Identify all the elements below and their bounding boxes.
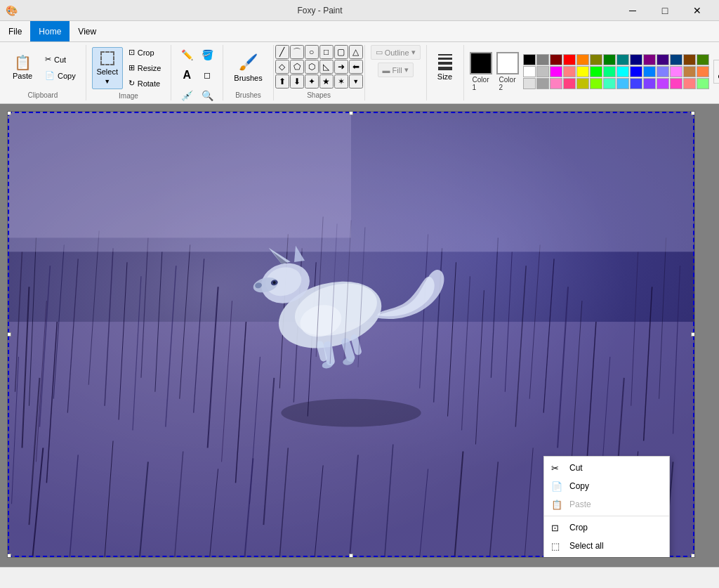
color-teal[interactable] bbox=[616, 54, 629, 65]
color-orange[interactable] bbox=[576, 54, 589, 65]
shape-arrow-right[interactable]: ➜ bbox=[334, 60, 348, 74]
picker-button[interactable]: 💉 bbox=[177, 86, 197, 105]
color-olive2[interactable] bbox=[697, 54, 709, 65]
shape-arrow-down[interactable]: ⬇ bbox=[290, 74, 304, 89]
menu-home[interactable]: Home bbox=[30, 21, 70, 41]
close-button[interactable]: ✕ bbox=[681, 0, 713, 21]
shape-curve[interactable]: ⌒ bbox=[290, 45, 304, 59]
fill-button[interactable]: 🪣 bbox=[197, 45, 217, 65]
color-extra5[interactable] bbox=[576, 78, 589, 89]
resize-button[interactable]: ⊞ Resize bbox=[124, 60, 166, 75]
select-button[interactable]: Select ▼ bbox=[92, 47, 123, 89]
color-extra6[interactable] bbox=[590, 78, 602, 89]
color-dgreen[interactable] bbox=[603, 54, 616, 65]
color1-swatch[interactable]: Color1 bbox=[470, 52, 492, 91]
copy-button[interactable]: 📄 Copy bbox=[41, 68, 80, 83]
size-button[interactable]: Size bbox=[433, 46, 458, 89]
ctx-copy[interactable]: 📄 Copy bbox=[544, 477, 669, 495]
shapes-label: Shapes bbox=[307, 90, 331, 100]
ctx-select-all[interactable]: ⬚ Select all bbox=[544, 537, 669, 555]
shape-star5[interactable]: ★ bbox=[319, 74, 334, 89]
eraser-button[interactable]: ◻ bbox=[197, 65, 217, 85]
color-extra1[interactable] bbox=[523, 78, 536, 89]
brushes-button[interactable]: 🖌️ brushes bbox=[229, 48, 267, 87]
ctx-invert-selection[interactable]: ⬛ Invert selection bbox=[544, 555, 669, 558]
color-extra10[interactable] bbox=[643, 78, 656, 89]
color-extra4[interactable] bbox=[563, 78, 576, 89]
fox-image[interactable]: ✂ Cut 📄 Copy 📋 Paste ⊡ Crop ⬚ Select all bbox=[7, 111, 695, 558]
color-lgreen[interactable] bbox=[603, 66, 616, 77]
color-extra3[interactable] bbox=[550, 78, 562, 89]
menu-file[interactable]: File bbox=[0, 21, 30, 41]
color-white[interactable] bbox=[523, 66, 536, 77]
color-black[interactable] bbox=[523, 54, 536, 65]
color-violet[interactable] bbox=[657, 66, 669, 77]
color-purple[interactable] bbox=[643, 54, 656, 65]
color-dgray[interactable] bbox=[536, 54, 549, 65]
color-extra14[interactable] bbox=[697, 78, 709, 89]
color2-box[interactable] bbox=[496, 52, 519, 74]
color-yellow[interactable] bbox=[576, 66, 589, 77]
color-blue[interactable] bbox=[630, 66, 642, 77]
cut-button[interactable]: ✂ Cut bbox=[41, 52, 80, 67]
color-dblue[interactable] bbox=[630, 54, 642, 65]
shape-rect[interactable]: □ bbox=[319, 45, 334, 59]
shape-oval[interactable]: ○ bbox=[305, 45, 319, 59]
pencil-button[interactable]: ✏️ bbox=[177, 45, 197, 65]
color1-box[interactable] bbox=[470, 52, 492, 74]
shape-pentagon[interactable]: ⬠ bbox=[290, 60, 304, 74]
color-extra11[interactable] bbox=[657, 78, 669, 89]
shape-line[interactable]: ╱ bbox=[275, 45, 289, 59]
color-red[interactable] bbox=[563, 54, 576, 65]
shape-right-triangle[interactable]: ◺ bbox=[319, 60, 334, 74]
color-lgray[interactable] bbox=[536, 66, 549, 77]
color-pink[interactable] bbox=[670, 66, 682, 77]
maximize-button[interactable]: □ bbox=[649, 0, 681, 21]
paste-button[interactable]: 📋 Paste bbox=[6, 46, 39, 89]
color2-swatch[interactable]: Color2 bbox=[496, 52, 519, 91]
shape-star6[interactable]: ✶ bbox=[334, 74, 348, 89]
shape-arrow-up[interactable]: ⬆ bbox=[275, 74, 289, 89]
text-button[interactable]: A bbox=[177, 65, 197, 85]
rotate-button[interactable]: ↻ Rotate bbox=[124, 76, 166, 91]
ctx-crop[interactable]: ⊡ Crop bbox=[544, 518, 669, 537]
shape-triangle[interactable]: △ bbox=[349, 45, 363, 59]
color-cyan[interactable] bbox=[616, 66, 629, 77]
edit-colors-button[interactable]: Editcolors bbox=[713, 60, 719, 84]
color-extra9[interactable] bbox=[630, 78, 642, 89]
outline-button[interactable]: ▭ Outline ▾ bbox=[371, 45, 421, 60]
color-olive[interactable] bbox=[590, 54, 602, 65]
color-lpink[interactable] bbox=[563, 66, 576, 77]
color-magenta[interactable] bbox=[550, 66, 562, 77]
color-tan[interactable] bbox=[683, 66, 696, 77]
color-extra7[interactable] bbox=[603, 78, 616, 89]
minimize-button[interactable]: ─ bbox=[616, 0, 649, 21]
status-bar bbox=[0, 567, 719, 582]
color-extra2[interactable] bbox=[536, 78, 549, 89]
color-dred[interactable] bbox=[550, 54, 562, 65]
menu-view[interactable]: View bbox=[70, 21, 105, 41]
zoom-button[interactable]: 🔍 bbox=[197, 86, 217, 105]
color-extra8[interactable] bbox=[616, 78, 629, 89]
canvas-area[interactable]: ✂ Cut 📄 Copy 📋 Paste ⊡ Crop ⬚ Select all bbox=[0, 104, 719, 567]
crop-button[interactable]: ⊡ Crop bbox=[124, 45, 166, 60]
color-lblue[interactable] bbox=[643, 66, 656, 77]
shape-rounded-rect[interactable]: ▢ bbox=[334, 45, 348, 59]
color-lbrown[interactable] bbox=[697, 66, 709, 77]
ribbon: 📋 Paste ✂ Cut 📄 Copy Clipboard Select bbox=[0, 42, 719, 104]
color-extra12[interactable] bbox=[670, 78, 682, 89]
shape-arrow-left[interactable]: ⬅ bbox=[349, 60, 363, 74]
color-dpurple[interactable] bbox=[657, 54, 669, 65]
ctx-cut[interactable]: ✂ Cut bbox=[544, 459, 669, 477]
window-controls[interactable]: ─ □ ✕ bbox=[616, 0, 713, 21]
shape-hexagon[interactable]: ⬡ bbox=[305, 60, 319, 74]
fill-button[interactable]: ▬ Fill ▾ bbox=[378, 63, 414, 77]
shape-star4[interactable]: ✦ bbox=[305, 74, 319, 89]
color-navy[interactable] bbox=[670, 54, 682, 65]
color-extra13[interactable] bbox=[683, 78, 696, 89]
color-green[interactable] bbox=[590, 66, 602, 77]
shape-diamond[interactable]: ◇ bbox=[275, 60, 289, 74]
shapes-more[interactable]: ▼ bbox=[349, 74, 363, 89]
rotate-icon: ↻ bbox=[128, 79, 135, 88]
color-brown[interactable] bbox=[683, 54, 696, 65]
